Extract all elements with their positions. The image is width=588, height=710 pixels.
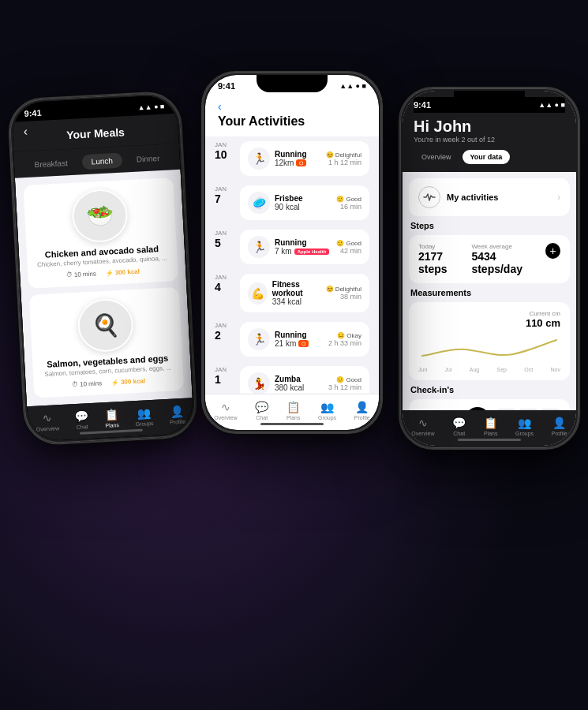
measurements-section-label: Measurements <box>409 288 570 297</box>
tab-your-data[interactable]: Your data <box>463 150 511 164</box>
meal-meta-2: ⏱ 10 mins ⚡ 300 kcal <box>72 377 145 388</box>
steps-week-col: Week average 5434 steps/day <box>471 243 545 275</box>
meals-nav: ∿ Overview 💬 Chat 📋 Plans 👥 Groups <box>27 398 194 442</box>
nav-groups-activities[interactable]: 👥 Groups <box>318 401 336 420</box>
activity-right-6: 🙂 Good 3 h 12 min <box>328 376 361 391</box>
activity-icon-6: 💃 <box>248 372 270 394</box>
activity-left-1: 🏃 Running 12km ⬡ <box>248 148 307 170</box>
activity-mood-5: 😐 Okay <box>328 332 361 339</box>
activity-item-2[interactable]: JAN 7 🥏 Frisbee 90 kcal <box>205 181 379 225</box>
my-activities-card[interactable]: My activities › <box>409 178 570 216</box>
activity-card-2: 🥏 Frisbee 90 kcal 🙂 <box>240 185 369 220</box>
phone-meals-inner: 9:41 ▲▲ ● ■ ‹ Your Meals Breakfast Lunch… <box>11 95 194 442</box>
chart-months: Jun Jul Aug Sep Oct Nov <box>418 367 560 372</box>
activity-date-3: JAN 5 <box>215 230 240 264</box>
back-button-activities[interactable]: ‹ <box>218 100 366 113</box>
activity-mood-2: 🙂 Good <box>336 196 361 203</box>
meal-time-2: ⏱ 10 mins <box>72 379 102 388</box>
measurements-chart <box>418 332 560 364</box>
nav-overview-data[interactable]: ∿ Overview <box>411 417 434 436</box>
strava-badge-5: ⬡ <box>298 340 309 347</box>
nav-profile-data[interactable]: 👤 Profile <box>552 417 567 436</box>
status-icons-left: ▲▲ ● ■ <box>137 103 164 112</box>
meal-card-2[interactable]: 🍳 Salmon, vegetables and eggs Salmon, to… <box>29 287 185 398</box>
chat-icon: 💬 <box>75 409 89 423</box>
activity-value-3: 7 km Apple Health <box>275 247 329 256</box>
meal-image-1: 🥗 <box>71 188 129 244</box>
measurements-right: Current cm 110 cm <box>526 310 560 329</box>
activities-screen: 9:41 ▲▲ ● ■ ‹ Your Activities JAN 10 <box>205 75 379 430</box>
nav-plans-activities[interactable]: 📋 Plans <box>287 401 301 420</box>
activity-left-6: 💃 Zumba 380 kcal <box>248 372 304 394</box>
activity-date-5: JAN 2 <box>215 322 240 357</box>
activity-item-3[interactable]: JAN 5 🏃 Running 7 km Apple Health <box>205 225 379 269</box>
nav-chat-data[interactable]: 💬 Chat <box>452 417 466 436</box>
measurements-current-label: Current cm <box>526 310 560 317</box>
activity-icon-2: 🥏 <box>248 192 270 214</box>
clock-icon-2: ⏱ <box>72 381 78 388</box>
activity-left-4: 💪 Fitness workout 334 kcal <box>248 280 326 306</box>
steps-today-value: 2177 steps <box>418 250 471 275</box>
status-time-center: 9:41 <box>218 81 235 91</box>
activity-value-2: 90 kcal <box>275 203 303 211</box>
activity-right-2: 🙂 Good 16 min <box>336 196 361 211</box>
phone-meals: 9:41 ▲▲ ● ■ ‹ Your Meals Breakfast Lunch… <box>7 91 199 447</box>
chevron-right-icon: › <box>557 192 560 203</box>
lightning-icon-2: ⚡ <box>111 379 119 387</box>
activity-value-4: 334 kcal <box>272 297 326 306</box>
profile-icon-c: 👤 <box>355 401 369 413</box>
nav-overview-activities[interactable]: ∿ Overview <box>214 401 237 420</box>
activity-right-5: 😐 Okay 2 h 33 min <box>328 332 361 347</box>
meal-meta-1: ⏱ 10 mins ⚡ 300 kcal <box>66 268 140 279</box>
plans-icon-c: 📋 <box>287 401 300 413</box>
pulse-icon <box>418 186 440 208</box>
phone-data-inner: 9:41 ▲▲ ● ■ Hi John You're in week 2 out… <box>403 91 576 446</box>
activity-item-6[interactable]: JAN 1 💃 Zumba 380 kcal <box>205 361 379 394</box>
tab-lunch[interactable]: Lunch <box>81 153 122 170</box>
nav-plans-meals[interactable]: 📋 Plans <box>104 408 119 428</box>
activity-info-2: Frisbee 90 kcal <box>275 194 303 211</box>
tab-breakfast[interactable]: Breakfast <box>24 155 77 173</box>
activity-date-2: JAN 7 <box>215 185 240 220</box>
nav-groups-meals[interactable]: 👥 Groups <box>134 406 153 427</box>
activity-card-5: 🏃 Running 21 km ⬡ <box>240 322 369 357</box>
meal-time-1: ⏱ 10 mins <box>66 270 96 278</box>
nav-groups-data[interactable]: 👥 Groups <box>515 417 534 436</box>
groups-icon: 👥 <box>137 406 151 420</box>
data-subtitle: You're in week 2 out of 12 <box>414 136 565 144</box>
chat-icon-c: 💬 <box>255 401 268 413</box>
measurements-top: Current cm 110 cm <box>418 310 560 329</box>
nav-profile-meals[interactable]: 👤 Profile <box>169 405 185 425</box>
activity-icon-4: 💪 <box>248 282 268 305</box>
meal-kcal-2: ⚡ 300 kcal <box>111 377 146 386</box>
activity-item-1[interactable]: JAN 10 🏃 Running 12km ⬡ <box>205 136 379 181</box>
activities-title: Your Activities <box>218 114 366 129</box>
nav-overview-meals[interactable]: ∿ Overview <box>36 411 59 432</box>
activity-right-4: 😊 Delightful 38 min <box>326 286 361 301</box>
activity-item-4[interactable]: JAN 4 💪 Fitness workout 334 kcal <box>205 269 379 317</box>
activities-list: JAN 10 🏃 Running 12km ⬡ <box>205 136 379 394</box>
activity-item-5[interactable]: JAN 2 🏃 Running 21 km ⬡ <box>205 317 379 361</box>
groups-icon-r: 👥 <box>518 417 531 429</box>
phones-container: 9:41 ▲▲ ● ■ ‹ Your Meals Breakfast Lunch… <box>0 0 588 710</box>
nav-chat-meals[interactable]: 💬 Chat <box>75 409 89 430</box>
status-time-left: 9:41 <box>24 108 42 118</box>
nav-chat-activities[interactable]: 💬 Chat <box>255 401 268 420</box>
tab-dinner[interactable]: Dinner <box>126 150 169 167</box>
activity-info-1: Running 12km ⬡ <box>275 150 307 167</box>
add-steps-button[interactable]: + <box>545 243 560 259</box>
activities-card-left: My activities <box>418 186 498 208</box>
chat-icon-r: 💬 <box>452 417 466 429</box>
groups-icon-c: 👥 <box>320 401 334 413</box>
nav-plans-data[interactable]: 📋 Plans <box>484 417 498 436</box>
back-button-meals[interactable]: ‹ <box>23 125 28 139</box>
tab-overview-data[interactable]: Overview <box>414 150 459 164</box>
nav-profile-activities[interactable]: 👤 Profile <box>354 401 370 420</box>
meal-card-1[interactable]: 🥗 Chicken and avocado salad Chicken, che… <box>23 178 178 289</box>
strava-badge-1: ⬡ <box>296 159 306 166</box>
activity-info-3: Running 7 km Apple Health <box>275 238 329 256</box>
activities-header: ‹ Your Activities <box>205 94 379 136</box>
profile-icon: 👤 <box>170 405 184 418</box>
steps-today-label: Today <box>418 243 471 250</box>
activity-icon-3: 🏃 <box>248 236 270 258</box>
